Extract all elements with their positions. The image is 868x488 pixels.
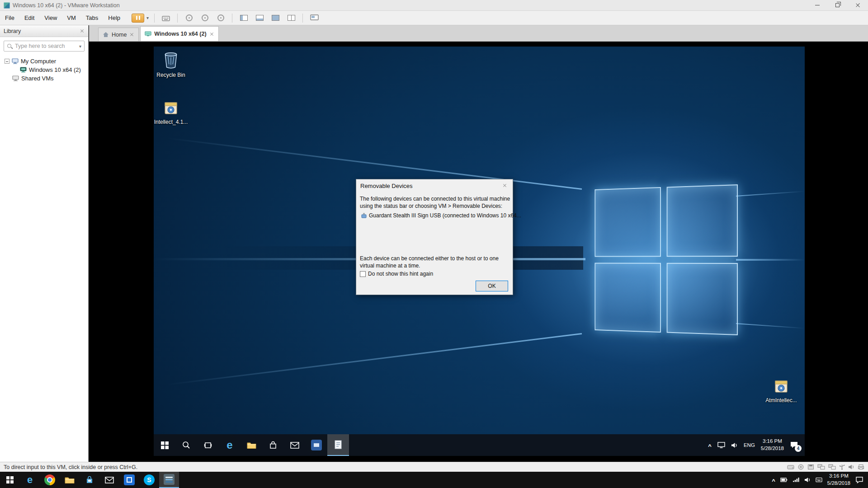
suspend-button[interactable] [132, 14, 144, 23]
desktop-icon-recycle-bin[interactable]: Recycle Bin [156, 50, 186, 78]
toolbar-separator [232, 14, 232, 23]
device-list-item[interactable]: Guardant Stealth III Sign USB (connected… [361, 212, 521, 219]
pause-icon [136, 16, 137, 20]
host-clock[interactable]: 3:16 PM 5/28/2018 [827, 473, 850, 487]
host-file-explorer-button[interactable] [60, 472, 80, 488]
tree-item-shared-vms[interactable]: Shared VMs [0, 74, 88, 83]
menu-view[interactable]: View [39, 13, 62, 23]
search-input[interactable] [15, 43, 77, 49]
fullscreen-icon [272, 15, 279, 21]
installer-icon [162, 98, 180, 117]
send-ctrl-alt-del-button[interactable] [160, 13, 172, 23]
vm-store-button[interactable] [262, 434, 284, 456]
show-hidden-icons-chevron[interactable]: ^ [708, 443, 712, 450]
volume-icon[interactable] [804, 477, 811, 483]
host-skype-button[interactable]: S [139, 472, 159, 488]
tree-item-my-computer[interactable]: My Computer [0, 57, 88, 66]
manage-snapshots-button[interactable] [215, 13, 226, 23]
host-vmware-button[interactable] [159, 472, 179, 488]
vm-task-view-button[interactable] [197, 434, 219, 456]
vm-app-button[interactable] [306, 434, 327, 456]
vm-taskbar: e ^ ENG [154, 434, 805, 456]
vm-file-explorer-button[interactable] [241, 434, 262, 456]
volume-icon[interactable] [731, 442, 738, 448]
usb-controller-icon[interactable] [839, 464, 845, 470]
revert-snapshot-button[interactable] [199, 13, 211, 23]
task-view-icon [204, 442, 212, 449]
battery-icon[interactable] [780, 477, 788, 483]
mail-icon [290, 442, 299, 449]
collapse-icon[interactable] [5, 59, 9, 64]
host-date: 5/28/2018 [827, 480, 850, 487]
computer-icon [12, 58, 19, 64]
show-library-button[interactable] [238, 13, 250, 23]
vm-display-area[interactable]: Recycle Bin Intellect_4.1... A [89, 42, 868, 462]
revert-icon [202, 14, 208, 21]
tab-close-icon[interactable] [130, 33, 134, 37]
menu-vm[interactable]: VM [62, 13, 81, 23]
vm-mail-button[interactable] [284, 434, 306, 456]
host-app-button[interactable] [119, 472, 139, 488]
console-view-button[interactable] [308, 13, 320, 23]
desktop-icon-atmintellect[interactable]: AtmIntellec... [766, 376, 796, 404]
close-button[interactable] [848, 0, 868, 10]
vm-clock[interactable]: 3:16 PM 5/28/2018 [761, 438, 784, 452]
tab-label: Windows 10 x64 (2) [154, 31, 206, 37]
host-start-button[interactable] [0, 472, 20, 488]
library-close-button[interactable] [80, 28, 85, 33]
checkbox[interactable] [360, 271, 366, 277]
network-adapter-icon-2[interactable] [828, 464, 836, 470]
dialog-close-button[interactable] [496, 179, 513, 191]
tree-item-vm[interactable]: Windows 10 x64 (2) [0, 66, 88, 74]
search-dropdown-icon[interactable]: ▾ [79, 44, 81, 49]
menu-tabs[interactable]: Tabs [81, 13, 103, 23]
tree-item-label: Windows 10 x64 (2) [29, 66, 81, 73]
tab-close-icon[interactable] [210, 32, 214, 36]
desktop-icon-label: Recycle Bin [156, 72, 185, 78]
fullscreen-button[interactable] [269, 13, 281, 23]
dialog-titlebar[interactable]: Removable Devices [356, 179, 513, 192]
cdrom-icon[interactable] [797, 464, 804, 470]
network-icon[interactable] [717, 442, 725, 448]
floppy-icon[interactable] [807, 464, 814, 470]
restore-button[interactable] [827, 0, 848, 10]
host-store-button[interactable] [80, 472, 99, 488]
keyboard-icon[interactable] [816, 477, 822, 483]
minimize-button[interactable] [807, 0, 827, 10]
host-mail-button[interactable] [99, 472, 119, 488]
tab-vm[interactable]: Windows 10 x64 (2) [140, 26, 218, 41]
unity-button[interactable] [285, 13, 297, 23]
library-search[interactable]: ▾ [4, 41, 85, 52]
menubar: File Edit View VM Tabs Help ▾ [0, 11, 868, 25]
vm-active-app-button[interactable] [327, 434, 349, 456]
show-thumbnail-bar-button[interactable] [254, 13, 265, 23]
network-adapter-icon[interactable] [817, 464, 825, 470]
vm-edge-button[interactable]: e [219, 434, 241, 456]
sound-card-icon[interactable] [848, 464, 854, 470]
vmware-taskbar-icon [164, 474, 175, 485]
action-center-icon[interactable] [855, 476, 863, 483]
take-snapshot-button[interactable] [183, 13, 195, 23]
host-edge-button[interactable]: e [20, 472, 40, 488]
manage-snapshots-icon [217, 14, 224, 21]
toolbar: ▾ [132, 13, 320, 23]
desktop-icon-intellect[interactable]: Intellect_4.1... [156, 98, 186, 125]
host-chrome-button[interactable] [40, 472, 60, 488]
language-indicator[interactable]: ENG [744, 442, 755, 448]
vm-search-button[interactable] [175, 434, 197, 456]
menu-help[interactable]: Help [103, 13, 125, 23]
ok-button[interactable]: OK [476, 281, 508, 291]
vm-screen[interactable]: Recycle Bin Intellect_4.1... A [154, 47, 805, 456]
hard-disk-icon[interactable] [787, 464, 794, 470]
tab-home[interactable]: Home [98, 28, 139, 41]
dont-show-again-option[interactable]: Do not show this hint again [360, 271, 433, 277]
menu-edit[interactable]: Edit [19, 13, 39, 23]
printer-icon[interactable] [858, 464, 864, 470]
menu-file[interactable]: File [0, 13, 19, 23]
suspend-dropdown-icon[interactable]: ▾ [146, 15, 149, 20]
show-hidden-icons-chevron[interactable]: ^ [772, 478, 775, 484]
vm-action-center-button[interactable]: 4 [790, 441, 798, 450]
pause-icon-bar [139, 16, 140, 20]
vm-start-button[interactable] [154, 434, 175, 456]
network-icon[interactable] [793, 477, 799, 483]
